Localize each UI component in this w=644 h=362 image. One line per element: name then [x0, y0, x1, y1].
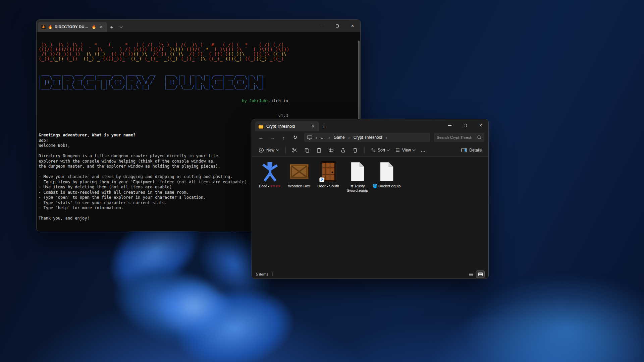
breadcrumb-chevron[interactable]: › [384, 135, 388, 140]
document-icon [372, 161, 401, 182]
chevron-down-icon [387, 148, 389, 151]
maximize-icon [464, 124, 467, 127]
terminal-maximize-button[interactable] [329, 20, 345, 32]
explorer-tab[interactable]: Crypt Threshold ✕ [255, 121, 319, 131]
terminal-close-button[interactable]: ✕ [345, 20, 360, 32]
terminal-tab[interactable]: 🔥 DIRECTORY DUNGEON 🔥 ✕ [38, 22, 107, 32]
chevron-down-icon [120, 25, 122, 27]
banner-flames: )\ ) )\ ) )\ ) * ( * ) ( /( )\ ) ( /( )\… [39, 42, 289, 61]
desktop-wallpaper: 🔥 DIRECTORY DUNGEON 🔥 ✕ + ✕ )\ ) )\ ) )\… [0, 0, 644, 362]
terminal-new-tab-button[interactable]: + [107, 22, 116, 32]
minimize-icon [320, 26, 323, 26]
chevron-down-icon [276, 148, 279, 151]
banner-flame-line: )\ ) )\ ) )\ ) * ( * ) ( /( )\ ) ( /( )\… [39, 42, 289, 47]
more-options-button[interactable]: … [418, 145, 428, 155]
flame-icon: 🔥 [92, 25, 96, 29]
refresh-button[interactable]: ↻ [290, 133, 300, 142]
explorer-window-controls: ✕ [442, 119, 488, 131]
breadcrumb-ellipsis[interactable]: … [319, 134, 326, 140]
byline-author: JuhrJuhr [249, 99, 269, 103]
explorer-maximize-button[interactable] [458, 119, 473, 131]
file-item[interactable]: Wooden Box [284, 160, 314, 188]
file-label: 🪣 Bucket.equip [372, 184, 401, 188]
file-item[interactable]: 🪣 Bucket.equip [372, 160, 401, 188]
maximize-icon [336, 24, 339, 27]
file-item[interactable]: Bob! - ♥♥♥♥ [255, 160, 284, 188]
details-button-label: Details [469, 148, 482, 153]
shortcut-arrow-overlay-icon [319, 177, 324, 182]
new-button-label: New [266, 148, 274, 153]
sort-button-label: Sort [378, 148, 385, 153]
banner-flame-line: (()/( (()/((()/( ` )\ ` ) /( )\()) (()/(… [39, 47, 289, 52]
folder-icon [258, 124, 264, 129]
plus-circle-icon [259, 147, 264, 153]
view-button[interactable]: View [392, 145, 418, 155]
copy-button[interactable] [301, 145, 313, 155]
explorer-status-bar: 5 items [252, 270, 488, 279]
view-grid-icon [395, 147, 400, 153]
new-button[interactable]: New [255, 145, 282, 155]
banner-flame-line: /(_))/(_))(_)) )\ ((_) )( /(_))((_)\ /(_… [39, 52, 289, 56]
breadcrumb-chevron[interactable]: › [327, 135, 331, 140]
item-count: 5 items [256, 272, 268, 276]
explorer-window: Crypt Threshold ✕ + ✕ ← → ↑ ↻ › … › [252, 119, 489, 279]
details-view-toggle[interactable] [467, 271, 475, 278]
paste-button[interactable] [313, 145, 325, 155]
toolbar-divider [364, 146, 365, 154]
file-item[interactable]: Door - South [314, 160, 343, 188]
back-button[interactable]: ← [256, 133, 266, 142]
terminal-tab-dropdown-button[interactable] [116, 22, 126, 32]
file-label: Bob! - ♥♥♥♥ [255, 184, 284, 188]
details-button[interactable]: Details [458, 146, 485, 155]
explorer-minimize-button[interactable] [442, 119, 458, 131]
file-item[interactable]: 🗡 Rusty Sword.equip [343, 160, 372, 193]
share-button[interactable] [337, 145, 349, 155]
search-input[interactable] [437, 135, 475, 139]
forward-button[interactable]: → [267, 133, 277, 142]
terminal-tab-close-icon[interactable]: ✕ [98, 24, 104, 30]
document-icon [343, 161, 372, 182]
explorer-navbar: ← → ↑ ↻ › … › Game › Crypt Threshold › [252, 131, 488, 143]
cut-button[interactable] [289, 145, 301, 155]
minimize-icon [448, 125, 451, 126]
view-button-label: View [402, 148, 411, 153]
rename-button[interactable] [325, 145, 337, 155]
chevron-down-icon [413, 148, 415, 151]
file-grid[interactable]: Bob! - ♥♥♥♥Wooden BoxDoor - South🗡 Rusty… [252, 157, 488, 270]
search-box[interactable] [434, 133, 484, 142]
file-label: Wooden Box [284, 184, 314, 188]
details-pane-icon [461, 148, 467, 153]
banner-title-line: | |) | || / _| (__ | || (_) | /\ V / | |… [39, 80, 289, 84]
version-label: v1.3 [39, 113, 289, 119]
explorer-close-button[interactable]: ✕ [473, 119, 488, 131]
explorer-tab-close-icon[interactable]: ✕ [310, 124, 316, 129]
terminal-titlebar[interactable]: 🔥 DIRECTORY DUNGEON 🔥 ✕ + ✕ [37, 20, 360, 32]
banner-flame-line: (_))_(_)) (_)) ((_) _ (()(_))_ ((_) (_))… [39, 56, 289, 61]
terminal-window-controls: ✕ [314, 20, 360, 32]
terminal-minimize-button[interactable] [314, 20, 329, 32]
thumbnail-view-toggle[interactable] [476, 271, 484, 278]
banner-title-line: | \_ _| _ \ __/ __|_ _/ _ \| _ \ \ / / |… [39, 75, 289, 80]
up-button[interactable]: ↑ [279, 133, 289, 142]
breadcrumb-item-crypt-threshold[interactable]: Crypt Threshold [352, 134, 384, 140]
breadcrumb-chevron[interactable]: › [314, 135, 318, 140]
flame-icon: 🔥 [48, 25, 53, 29]
delete-button[interactable] [350, 145, 361, 155]
ascii-banner: )\ ) )\ ) )\ ) * ( * ) ( /( )\ ) ( /( )\… [39, 33, 289, 128]
file-label: 🗡 Rusty Sword.equip [343, 184, 372, 193]
breadcrumb-item-game[interactable]: Game [332, 134, 346, 140]
view-toggles [467, 271, 484, 278]
breadcrumb-chevron[interactable]: › [347, 135, 351, 140]
address-bar[interactable]: › … › Game › Crypt Threshold › [304, 133, 430, 142]
crate-icon [284, 161, 314, 182]
sort-button[interactable]: Sort [368, 145, 392, 155]
file-label: Door - South [314, 184, 343, 188]
search-icon[interactable] [477, 135, 482, 140]
byline: by JuhrJuhr.itch.io [39, 99, 289, 104]
explorer-new-tab-button[interactable]: + [319, 121, 329, 131]
explorer-titlebar[interactable]: Crypt Threshold ✕ + ✕ [252, 119, 488, 131]
sort-arrows-icon [371, 147, 376, 153]
byline-domain: .itch.io [269, 99, 288, 103]
terminal-tab-favicon [41, 24, 46, 29]
byline-prefix: by [242, 99, 249, 103]
